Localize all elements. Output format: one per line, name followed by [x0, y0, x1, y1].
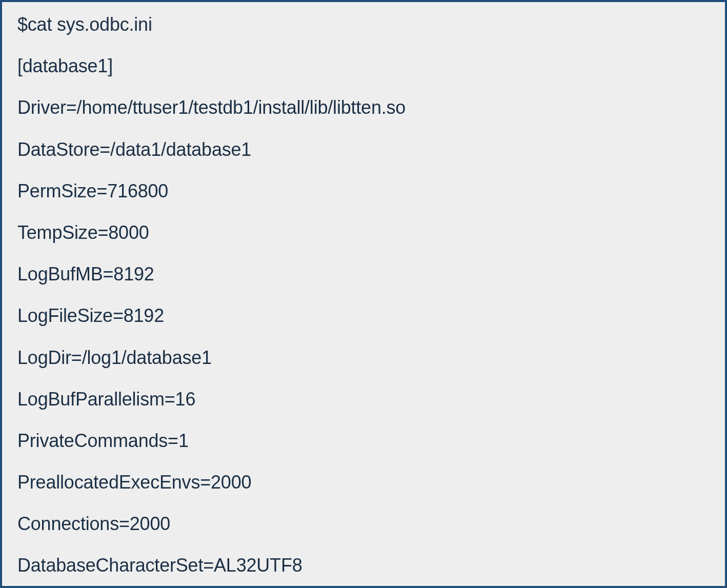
- config-line-connections: Connections=2000: [17, 513, 710, 535]
- config-line-section: [database1]: [17, 55, 710, 77]
- config-line-privatecommands: PrivateCommands=1: [17, 430, 710, 452]
- config-line-driver: Driver=/home/ttuser1/testdb1/install/lib…: [17, 96, 710, 118]
- config-line-datastore: DataStore=/data1/database1: [17, 138, 710, 160]
- config-line-tempsize: TempSize=8000: [17, 221, 710, 244]
- config-line-logbufmb: LogBufMB=8192: [17, 263, 710, 285]
- config-line-logbufparallelism: LogBufParallelism=16: [17, 388, 710, 410]
- config-line-logfilesize: LogFileSize=8192: [17, 305, 710, 327]
- config-line-logdir: LogDir=/log1/database1: [17, 347, 710, 369]
- config-line-databasecharacterset: DatabaseCharacterSet=AL32UTF8: [17, 554, 302, 576]
- config-line-preallocatedexecenvs: PreallocatedExecEnvs=2000: [17, 471, 710, 493]
- config-line-permsize: PermSize=716800: [17, 180, 710, 202]
- charset-label-pre: DatabaseCharacterSet: [17, 554, 203, 576]
- config-file-box: $cat sys.odbc.ini [database1] Driver=/ho…: [0, 0, 727, 588]
- config-line-command: $cat sys.odbc.ini: [17, 13, 710, 35]
- charset-label-post: =AL32UTF8: [203, 554, 302, 576]
